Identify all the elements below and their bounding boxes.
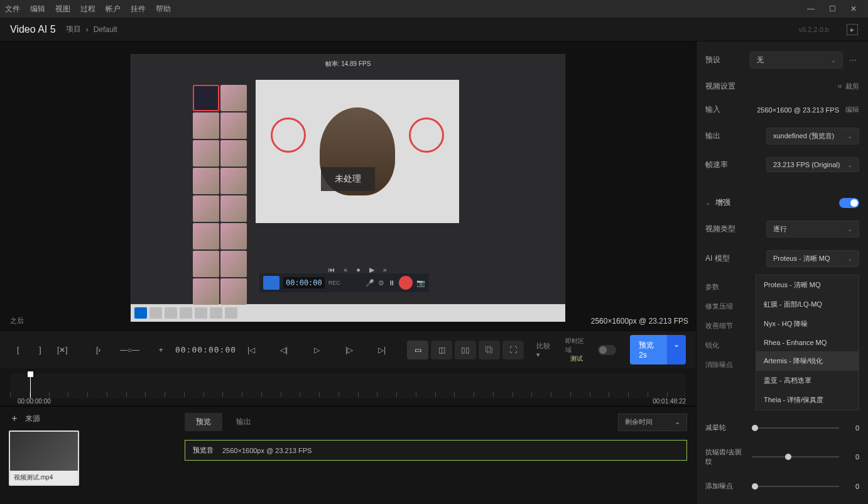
transport-bar: [ ] [✕] [› —○— + 00:00:00:00 |◁ ◁| ▷ |▷ … <box>0 331 696 368</box>
goto-in-icon[interactable]: [› <box>90 341 106 359</box>
mark-out-icon[interactable]: ] <box>32 341 48 359</box>
model-option-theia[interactable]: Theia - 详情/保真度 <box>756 390 859 410</box>
camera-icon[interactable]: 📷 <box>416 279 425 287</box>
mark-in-icon[interactable]: [ <box>10 341 26 359</box>
source-panel: + 来源 视频测试.mp4 <box>0 407 176 504</box>
realtime-toggle[interactable] <box>598 345 616 355</box>
reduce-noise-label: 消除噪点 <box>705 360 756 370</box>
antialias-slider[interactable] <box>752 456 839 457</box>
skip-start-icon[interactable]: ⏮ <box>328 266 335 273</box>
video-type-value: 逐行 <box>773 224 787 234</box>
preview-after-label: 之后 <box>10 316 121 326</box>
step-back-icon[interactable]: « <box>344 266 347 273</box>
timeline-end-time: 00:01:48:22 <box>653 398 686 405</box>
preview-settings-panel[interactable] <box>463 74 558 293</box>
view-single-icon[interactable]: ▭ <box>407 341 428 359</box>
title-bar: Video AI 5 项目 › Default v5.2.2.0.b ▸ <box>0 18 868 41</box>
mic-icon[interactable]: 🎤 <box>366 279 374 287</box>
dehalo-value: 0 <box>845 424 859 432</box>
version-label: v5.2.2.0.b <box>799 26 829 33</box>
record-button[interactable] <box>399 276 413 290</box>
menu-edit[interactable]: 编辑 <box>30 4 45 14</box>
minimize-icon[interactable]: ― <box>806 4 815 13</box>
step-forward-icon[interactable]: |▷ <box>340 341 358 359</box>
chevron-down-icon: ⌄ <box>847 255 852 262</box>
view-split-icon[interactable]: ◫ <box>431 341 452 359</box>
preview-button[interactable]: 预览 2s <box>630 335 667 364</box>
menu-file[interactable]: 文件 <box>5 4 20 14</box>
ai-model-select[interactable]: Proteus - 清晰 MQ ⌄ <box>766 250 859 267</box>
close-icon[interactable]: ✕ <box>849 4 858 13</box>
video-preview[interactable]: 帧率: 14.89 FPS <box>131 54 565 304</box>
current-timecode[interactable]: 00:00:00:00 <box>175 345 236 354</box>
crop-label: 裁剪 <box>845 82 859 91</box>
menu-help[interactable]: 帮助 <box>156 4 171 14</box>
preview-button-dropdown[interactable]: ⌄ <box>667 335 686 364</box>
antialias-label: 抗锯齿/去斑纹 <box>705 447 746 466</box>
menu-plugins[interactable]: 挂件 <box>131 4 146 14</box>
goto-end-icon[interactable]: ▷| <box>373 341 391 359</box>
step-fwd-icon[interactable]: » <box>383 266 387 273</box>
model-option-gaia[interactable]: 盖亚 - 高档迭罩 <box>756 371 859 390</box>
chevron-down-icon: ⌄ <box>847 133 852 140</box>
view-pip-icon[interactable]: ⿻ <box>479 341 500 359</box>
addnoise-label: 添加噪点 <box>705 481 746 491</box>
menu-process[interactable]: 过程 <box>80 4 95 14</box>
timeline-scrub-icon[interactable]: —○— <box>112 341 146 359</box>
addnoise-slider[interactable] <box>752 486 839 487</box>
add-marker-icon[interactable]: + <box>153 341 169 359</box>
video-settings-label: 视频设置 <box>705 81 735 92</box>
capture-mode-icon[interactable] <box>263 276 279 290</box>
edit-input-button[interactable]: 编辑 <box>845 105 859 114</box>
model-option-rhea[interactable]: Rhea - Enhance MQ <box>756 334 859 351</box>
menu-account[interactable]: 帐户 <box>106 4 121 14</box>
queue-sort-dropdown[interactable]: 剩余时间 ⌄ <box>618 414 687 431</box>
queue-item[interactable]: 预览音 2560×1600px @ 23.213 FPS <box>185 440 687 461</box>
dehalo-slider[interactable] <box>752 427 839 429</box>
export-queue-icon[interactable]: ▸ <box>847 24 858 35</box>
menu-view[interactable]: 视图 <box>55 4 70 14</box>
output-select[interactable]: xundefined (预览音) ⌄ <box>766 128 859 145</box>
fps-select[interactable]: 23.213 FPS (Original) ⌄ <box>766 157 859 172</box>
add-source-button[interactable]: + <box>9 413 20 424</box>
input-label: 输入 <box>705 104 720 115</box>
goto-start-icon[interactable]: |◁ <box>242 341 260 359</box>
model-option-nyx[interactable]: Nyx - HQ 降噪 <box>756 314 859 334</box>
tab-output[interactable]: 输出 <box>225 413 263 431</box>
view-sidebyside-icon[interactable]: ▯▯ <box>455 341 476 359</box>
addnoise-value: 0 <box>845 483 859 490</box>
fps-value: 23.213 FPS (Original) <box>773 161 840 168</box>
play-icon[interactable]: ▶ <box>369 266 374 274</box>
model-option-artemis[interactable]: Artemis - 降噪/锐化 <box>756 351 859 371</box>
fullscreen-icon[interactable]: ⛶ <box>502 341 524 359</box>
model-option-iris[interactable]: 虹膜 - 面部/LQ-MQ <box>756 295 859 314</box>
input-resolution: 2560×1600 @ 23.213 FPS <box>757 106 839 114</box>
maximize-icon[interactable]: ☐ <box>828 4 837 13</box>
clear-marks-icon[interactable]: [✕] <box>55 341 70 359</box>
dehalo-label: 减晕轮 <box>705 423 746 432</box>
source-clip[interactable]: 视频测试.mp4 <box>9 430 79 486</box>
play-button[interactable]: ▷ <box>308 341 325 359</box>
timeline[interactable]: 00:00:00:00 00:01:48:22 <box>0 368 696 406</box>
model-option-proteus[interactable]: Proteus - 清晰 MQ <box>756 275 859 295</box>
tab-preview[interactable]: 预览 <box>185 413 222 431</box>
queue-panel: 预览 输出 剩余时间 ⌄ 预览音 2560×1600px @ 23.213 FP… <box>176 407 696 504</box>
video-type-select[interactable]: 逐行 ⌄ <box>766 221 859 238</box>
enhance-toggle[interactable] <box>839 198 859 208</box>
settings-icon[interactable]: ⚙ <box>378 279 384 287</box>
compare-dropdown[interactable]: 比较 ▾ <box>536 341 554 359</box>
crop-button[interactable]: ⌗ 裁剪 <box>838 82 859 91</box>
chevron-down-icon[interactable]: ⌄ <box>705 199 710 206</box>
pause-icon[interactable]: ⏸ <box>388 279 395 287</box>
record-icon[interactable]: ● <box>356 266 361 273</box>
step-back-icon[interactable]: ◁| <box>275 341 293 359</box>
chevron-down-icon: ⌄ <box>831 57 836 63</box>
breadcrumb-current[interactable]: Default <box>94 25 117 34</box>
chevron-down-icon: ⌄ <box>675 418 680 426</box>
breadcrumb-project[interactable]: 项目 <box>66 24 81 35</box>
preset-menu-icon[interactable]: ⋯ <box>847 54 859 67</box>
source-filename: 视频测试.mp4 <box>10 471 78 485</box>
preset-select[interactable]: 无 ⌄ <box>750 52 843 68</box>
inner-taskbar <box>131 304 565 322</box>
chevron-down-icon: ⌄ <box>847 226 852 233</box>
